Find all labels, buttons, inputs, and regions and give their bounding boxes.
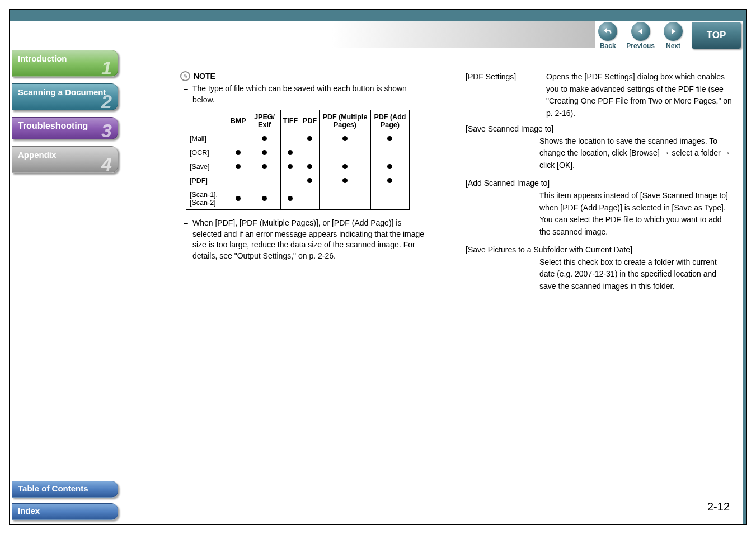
table-row: [Scan-1], [Scan-2]–––: [186, 188, 410, 210]
top-button[interactable]: TOP: [692, 22, 741, 49]
dot-icon: [307, 136, 312, 141]
tab-number: 1: [101, 58, 112, 77]
cell: –: [370, 146, 409, 160]
table-row: [Save]: [186, 160, 410, 174]
dot-icon: [342, 178, 348, 183]
tab-label: Scanning a Document: [18, 87, 106, 97]
table-row: [OCR]–––: [186, 146, 410, 160]
cell: –: [228, 174, 248, 188]
previous-label: Previous: [626, 42, 655, 50]
tab-label: Introduction: [18, 54, 67, 63]
cell: [228, 160, 248, 174]
body-add-to: This item appears instead of [Save Scann…: [539, 190, 733, 238]
previous-button[interactable]: Previous: [626, 22, 655, 50]
dot-icon: [288, 196, 293, 201]
tab-label: Troubleshooting: [18, 121, 88, 130]
cell: [248, 188, 280, 210]
sidebar-tab-troubleshooting[interactable]: Troubleshooting 3: [12, 117, 118, 139]
dot-icon: [342, 164, 348, 169]
cell: [280, 188, 300, 210]
toc-button[interactable]: Table of Contents: [12, 481, 118, 498]
compat-tbody: [Mail]––[OCR]–––[Save][PDF]–––[Scan-1], …: [186, 132, 410, 210]
dot-icon: [387, 164, 392, 169]
right-column: [PDF Settings] Opens the [PDF Settings] …: [466, 71, 733, 299]
dot-icon: [288, 164, 293, 169]
top-teal-bar: [10, 10, 746, 21]
back-button[interactable]: Back: [598, 22, 617, 50]
sidebar: Introduction 1 Scanning a Document 2 Tro…: [12, 50, 123, 180]
sidebar-tab-scanning[interactable]: Scanning a Document 2: [12, 83, 118, 110]
cell: –: [280, 132, 300, 146]
content-area: ✎ NOTE – The type of file which can be s…: [180, 71, 733, 299]
bottom-buttons: Table of Contents Index: [12, 475, 123, 520]
dot-icon: [262, 150, 267, 155]
term-save-to: [Save Scanned Image to]: [466, 124, 733, 133]
cell: [300, 132, 320, 146]
dot-icon: [307, 178, 312, 183]
cell: [300, 160, 320, 174]
th-pdf: PDF: [300, 110, 320, 132]
th-pdfa: PDF (Add Page): [370, 110, 409, 132]
term-subfolder: [Save Pictures to a Subfolder with Curre…: [466, 245, 733, 254]
dot-icon: [387, 178, 392, 183]
page-frame: Back Previous Next TOP Introduction 1 Sc…: [9, 9, 747, 525]
tab-number: 3: [101, 121, 112, 140]
dot-icon: [288, 150, 293, 155]
cell: –: [228, 132, 248, 146]
index-button[interactable]: Index: [12, 503, 118, 520]
next-label: Next: [666, 42, 680, 50]
nav-area: Back Previous Next TOP: [598, 22, 741, 50]
sidebar-tab-appendix[interactable]: Appendix 4: [12, 146, 118, 173]
note-header: ✎ NOTE: [180, 71, 426, 81]
row-header: [Mail]: [186, 132, 228, 146]
tab-number: 2: [101, 92, 112, 111]
page-number: 2-12: [707, 500, 730, 513]
cell: [228, 188, 248, 210]
undo-icon: [598, 22, 617, 41]
table-row: [PDF]–––: [186, 174, 410, 188]
note-post: – When [PDF], [PDF (Multiple Pages)], or…: [184, 218, 426, 261]
cell: [320, 132, 371, 146]
cell: –: [320, 188, 371, 210]
dot-icon: [342, 136, 348, 141]
cell: –: [280, 174, 300, 188]
dot-icon: [262, 164, 267, 169]
cell: [248, 132, 280, 146]
dot-icon: [236, 150, 241, 155]
note-post-text: When [PDF], [PDF (Multiple Pages)], or […: [192, 218, 426, 261]
cell: [320, 160, 371, 174]
next-button[interactable]: Next: [664, 22, 683, 50]
row-header: [Scan-1], [Scan-2]: [186, 188, 228, 210]
cell: [248, 146, 280, 160]
row-header: [PDF]: [186, 174, 228, 188]
cell: [370, 132, 409, 146]
cell: –: [300, 188, 320, 210]
row-header: [Save]: [186, 160, 228, 174]
dot-icon: [236, 164, 241, 169]
body-save-to: Shows the location to save the scanned i…: [539, 135, 733, 172]
tab-label: Appendix: [18, 150, 56, 160]
right-border: [743, 10, 746, 524]
svg-marker-0: [638, 29, 642, 35]
cell: [370, 160, 409, 174]
cell: –: [248, 174, 280, 188]
term-pdf-settings: [PDF Settings]: [466, 71, 533, 120]
triangle-left-icon: [631, 22, 650, 41]
table-row: [Mail]––: [186, 132, 410, 146]
note-title: NOTE: [194, 72, 215, 81]
th-tiff: TIFF: [280, 110, 300, 132]
top-gradient-bar: [10, 21, 595, 48]
dot-icon: [262, 196, 267, 201]
cell: [280, 160, 300, 174]
cell: [300, 174, 320, 188]
cell: [280, 146, 300, 160]
pencil-icon: ✎: [180, 71, 190, 81]
term-add-to: [Add Scanned Image to]: [466, 179, 733, 188]
back-label: Back: [600, 42, 616, 50]
cell: –: [320, 146, 371, 160]
svg-marker-1: [672, 29, 676, 35]
left-column: ✎ NOTE – The type of file which can be s…: [180, 71, 426, 299]
cell: –: [300, 146, 320, 160]
sidebar-tab-introduction[interactable]: Introduction 1: [12, 50, 118, 77]
cell: [370, 174, 409, 188]
